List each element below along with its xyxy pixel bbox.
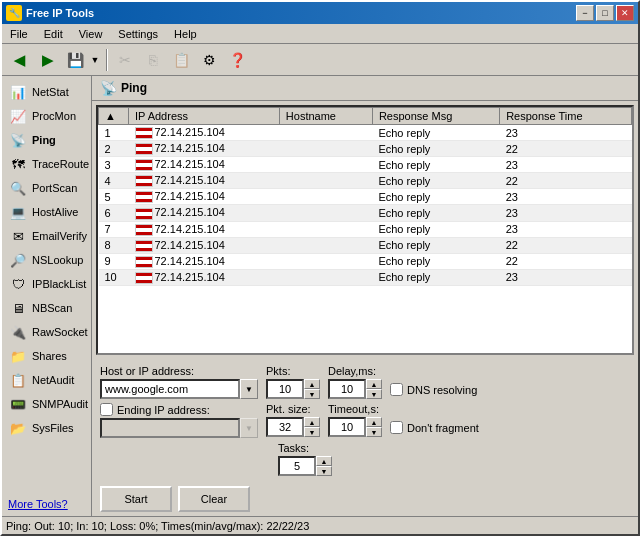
dontfrag-checkbox[interactable]	[390, 421, 403, 434]
pkt-size-input[interactable]	[266, 417, 304, 437]
sidebar-item-rawsocket[interactable]: 🔌 RawSocket	[2, 320, 91, 344]
form-row-3: Tasks: ▲ ▼	[100, 442, 630, 476]
sidebar-item-snmpaudit[interactable]: 📟 SNMPAudit	[2, 392, 91, 416]
delay-input[interactable]	[328, 379, 366, 399]
sidebar-item-emailverify[interactable]: ✉ EmailVerify	[2, 224, 91, 248]
table-row[interactable]: 6 72.14.215.104 Echo reply 23	[99, 205, 632, 221]
form-area: Host or IP address: ▼ Pkts: ▲	[92, 359, 638, 482]
sidebar-item-nbscan[interactable]: 🖥 NBScan	[2, 296, 91, 320]
sidebar-item-ipblacklist[interactable]: 🛡 IPBlackList	[2, 272, 91, 296]
cell-ip: 72.14.215.104	[129, 221, 280, 237]
table-row[interactable]: 2 72.14.215.104 Echo reply 22	[99, 141, 632, 157]
timeout-input[interactable]	[328, 417, 366, 437]
pkt-size-spin-up[interactable]: ▲	[304, 417, 320, 427]
cell-ip: 72.14.215.104	[129, 253, 280, 269]
sidebar-item-hostalive[interactable]: 💻 HostAlive	[2, 200, 91, 224]
cell-response-msg: Echo reply	[372, 205, 499, 221]
sidebar-label-emailverify: EmailVerify	[32, 230, 87, 242]
action-row: Start Clear	[92, 482, 638, 516]
forward-button[interactable]: ▶	[34, 47, 60, 73]
table-row[interactable]: 10 72.14.215.104 Echo reply 23	[99, 269, 632, 285]
shares-icon: 📁	[8, 347, 28, 365]
save-dropdown: 💾 ▼	[62, 47, 102, 73]
flag-icon	[135, 208, 153, 220]
pkts-input[interactable]	[266, 379, 304, 399]
settings-button[interactable]: ⚙	[196, 47, 222, 73]
timeout-spin-down[interactable]: ▼	[366, 427, 382, 437]
menu-help[interactable]: Help	[166, 26, 205, 42]
host-group: Host or IP address: ▼	[100, 365, 258, 399]
tasks-input[interactable]	[278, 456, 316, 476]
col-response-time[interactable]: Response Time	[500, 108, 632, 125]
host-dropdown-button[interactable]: ▼	[240, 379, 258, 399]
sidebar-item-portscan[interactable]: 🔍 PortScan	[2, 176, 91, 200]
pkt-size-label: Pkt. size:	[266, 403, 320, 415]
pkt-size-spin-down[interactable]: ▼	[304, 427, 320, 437]
cell-hostname	[279, 253, 372, 269]
col-ip[interactable]: IP Address	[129, 108, 280, 125]
sidebar-item-netstat[interactable]: 📊 NetStat	[2, 80, 91, 104]
help-button[interactable]: ❓	[224, 47, 250, 73]
table-row[interactable]: 3 72.14.215.104 Echo reply 23	[99, 157, 632, 173]
timeout-spin-up[interactable]: ▲	[366, 417, 382, 427]
results-table-container: ▲ IP Address Hostname Response Msg Respo…	[96, 105, 634, 355]
pkts-spin-up[interactable]: ▲	[304, 379, 320, 389]
host-input[interactable]	[100, 379, 240, 399]
pkts-spin-down[interactable]: ▼	[304, 389, 320, 399]
sidebar-item-nslookup[interactable]: 🔎 NSLookup	[2, 248, 91, 272]
sidebar-item-procmon[interactable]: 📈 ProcMon	[2, 104, 91, 128]
menu-file[interactable]: File	[2, 26, 36, 42]
sidebar-item-ping[interactable]: 📡 Ping	[2, 128, 91, 152]
table-row[interactable]: 7 72.14.215.104 Echo reply 23	[99, 221, 632, 237]
menu-settings[interactable]: Settings	[110, 26, 166, 42]
sidebar-item-shares[interactable]: 📁 Shares	[2, 344, 91, 368]
clear-button[interactable]: Clear	[178, 486, 250, 512]
cut-button[interactable]: ✂	[112, 47, 138, 73]
sidebar-item-sysfiles[interactable]: 📂 SysFiles	[2, 416, 91, 440]
cell-response-time: 23	[500, 157, 632, 173]
more-tools-link[interactable]: More Tools?	[2, 492, 91, 516]
copy-button[interactable]: ⎘	[140, 47, 166, 73]
dns-group: DNS resolving	[390, 365, 477, 398]
table-row[interactable]: 9 72.14.215.104 Echo reply 22	[99, 253, 632, 269]
minimize-button[interactable]: −	[576, 5, 594, 21]
nslookup-icon: 🔎	[8, 251, 28, 269]
section-title-icon: 📡	[100, 80, 117, 96]
col-hostname[interactable]: Hostname	[279, 108, 372, 125]
col-response-msg[interactable]: Response Msg	[372, 108, 499, 125]
table-row[interactable]: 4 72.14.215.104 Echo reply 22	[99, 173, 632, 189]
menu-view[interactable]: View	[71, 26, 111, 42]
delay-spin-up[interactable]: ▲	[366, 379, 382, 389]
cell-response-msg: Echo reply	[372, 141, 499, 157]
tasks-spin-buttons: ▲ ▼	[316, 456, 332, 476]
back-button[interactable]: ◀	[6, 47, 32, 73]
ending-ip-input[interactable]	[100, 418, 240, 438]
cell-response-time: 22	[500, 173, 632, 189]
ending-ip-dropdown-button[interactable]: ▼	[240, 418, 258, 438]
ending-ip-checkbox-row: Ending IP address:	[100, 403, 258, 416]
timeout-group: Timeout,s: ▲ ▼	[328, 403, 382, 437]
table-row[interactable]: 5 72.14.215.104 Echo reply 23	[99, 189, 632, 205]
sidebar-item-traceroute[interactable]: 🗺 TraceRoute	[2, 152, 91, 176]
tasks-spin-down[interactable]: ▼	[316, 466, 332, 476]
cell-response-time: 23	[500, 125, 632, 141]
ipblacklist-icon: 🛡	[8, 275, 28, 293]
delay-spinner: ▲ ▼	[328, 379, 382, 399]
tasks-spin-up[interactable]: ▲	[316, 456, 332, 466]
col-sort[interactable]: ▲	[99, 108, 129, 125]
table-row[interactable]: 1 72.14.215.104 Echo reply 23	[99, 125, 632, 141]
title-bar-left: 🔧 Free IP Tools	[6, 5, 94, 21]
save-button[interactable]: 💾	[62, 47, 88, 73]
table-row[interactable]: 8 72.14.215.104 Echo reply 22	[99, 237, 632, 253]
close-button[interactable]: ✕	[616, 5, 634, 21]
dns-checkbox[interactable]	[390, 383, 403, 396]
paste-button[interactable]: 📋	[168, 47, 194, 73]
sidebar-item-netaudit[interactable]: 📋 NetAudit	[2, 368, 91, 392]
start-button[interactable]: Start	[100, 486, 172, 512]
delay-spin-down[interactable]: ▼	[366, 389, 382, 399]
save-dropdown-button[interactable]: ▼	[88, 47, 102, 73]
cell-response-msg: Echo reply	[372, 125, 499, 141]
ending-ip-checkbox[interactable]	[100, 403, 113, 416]
menu-edit[interactable]: Edit	[36, 26, 71, 42]
maximize-button[interactable]: □	[596, 5, 614, 21]
